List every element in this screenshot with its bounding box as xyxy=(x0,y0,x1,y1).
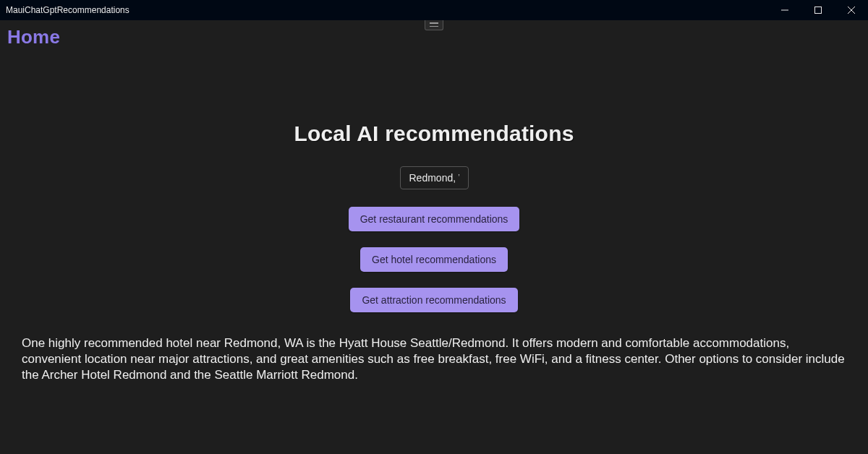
window-titlebar: MauiChatGptRecommendations xyxy=(0,0,868,20)
main-content: Local AI recommendations Get restaurant … xyxy=(0,121,868,328)
hamburger-icon xyxy=(430,22,438,27)
get-hotel-button[interactable]: Get hotel recommendations xyxy=(360,247,508,272)
get-restaurant-button[interactable]: Get restaurant recommendations xyxy=(349,207,520,231)
debug-handle[interactable] xyxy=(425,20,443,30)
window-control-group xyxy=(768,0,868,20)
location-input[interactable] xyxy=(400,166,469,189)
nav-home-link[interactable]: Home xyxy=(7,26,60,48)
recommendation-result: One highly recommended hotel near Redmon… xyxy=(22,335,846,383)
page-heading: Local AI recommendations xyxy=(294,121,574,146)
svg-rect-0 xyxy=(815,7,822,14)
maximize-icon xyxy=(814,7,822,14)
maximize-button[interactable] xyxy=(801,0,835,20)
get-attraction-button[interactable]: Get attraction recommendations xyxy=(350,288,517,312)
close-button[interactable] xyxy=(835,0,868,20)
close-icon xyxy=(848,7,855,14)
minimize-icon xyxy=(781,7,788,14)
window-title: MauiChatGptRecommendations xyxy=(6,5,129,15)
app-body: Home Local AI recommendations Get restau… xyxy=(0,20,868,454)
minimize-button[interactable] xyxy=(768,0,801,20)
